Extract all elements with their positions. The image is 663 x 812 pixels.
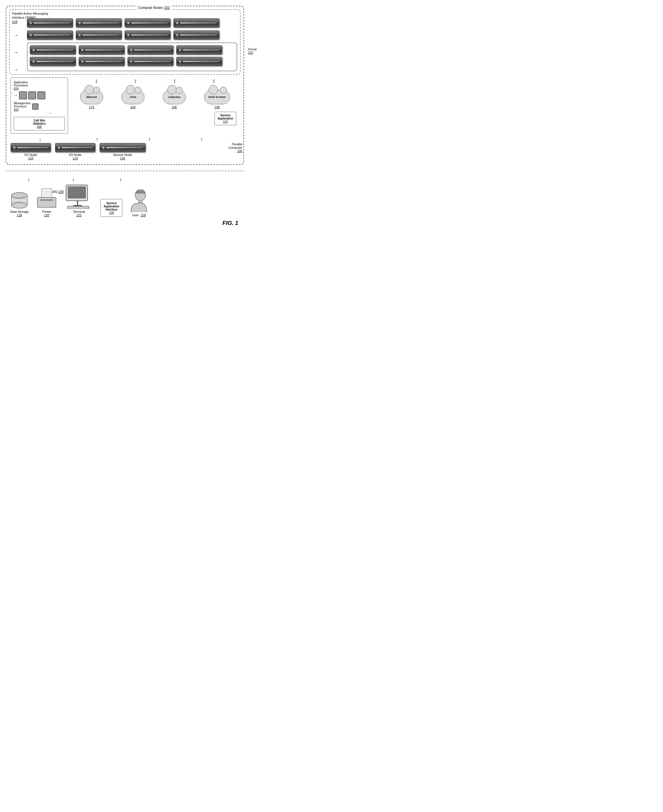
svg-rect-12 [68,187,86,198]
middle-row: Application Processors 624 → Management … [11,78,239,134]
server-row-3 [30,45,234,55]
server-blade-4-4 [176,57,222,66]
arrow-to-chips: → [14,93,18,98]
svg-rect-15 [68,206,89,209]
svg-rect-17 [139,200,142,202]
vert-arrow-3: ↕ [173,78,176,84]
server-blade-2-1 [27,31,73,40]
jtag-ref: 104 [130,105,136,109]
sai-container: Service Application Interface 126 [100,199,122,217]
io-node-1: I/O Node 110 [11,143,51,160]
svg-rect-13 [77,201,78,205]
fig-label: FIG. 1 [6,220,244,229]
printer-svg [36,187,57,209]
server-blade-1-1 [27,18,73,27]
group-label-container: Group 132 [248,47,257,54]
service-blade [100,143,146,152]
user-label: User 128 [132,214,146,217]
ethernet-ref: 174 [89,105,94,109]
server-blade-2-2 [76,31,122,40]
group-box: Group 132 [27,42,237,71]
collective-ref: 106 [172,105,177,109]
user-svg [129,189,148,212]
io2-down-arrow: ↕ [53,177,93,182]
detail-down-arrow: ↓ [12,136,68,142]
pami-box: Parallel Active Messaging Interface ('PA… [9,9,241,75]
vert-arrow-2: ↕ [134,78,137,84]
server-row-4 [30,57,234,66]
db-svg [10,190,29,209]
group-ref: 132 [248,51,257,54]
io-service-section: ↓ ↕ ↕ ↕ I/O Node 110 [11,136,239,160]
chips-row: → [14,91,65,99]
collective-cloud: Collective [163,90,186,104]
server-blade-3-2 [79,45,125,55]
bottom-section: LAN 130 ↕ ↕ ↕ [6,174,244,220]
terminal-item: Terminal 122 [65,184,93,217]
nodes-display-row: I/O Node 110 I/O Node 114 [11,143,239,160]
user-icon-container [129,189,148,212]
io-node-2-label: I/O Node 114 [69,153,82,160]
mgmt-chip [32,104,39,110]
service-node-label: Service Node 116 [113,153,132,160]
data-storage-item: Data Storage 118 [10,190,29,217]
networks-area: ↕ ↕ ↕ ↕ Ethernet 174 [71,78,239,125]
vert-arrow-1: ↕ [95,78,98,84]
mgmt-proc-labels: Management Processor 614 [14,102,31,111]
chip-1 [19,91,27,99]
pami-arrow-1: → [14,33,18,38]
compute-nodes-label: Compute Nodes 102 [136,6,171,10]
server-row-2 [27,31,237,40]
parallel-computer-box: Parallel Active Messaging Interface ('PA… [6,6,244,165]
server-blade-4-2 [79,57,125,66]
page-container: Parallel Active Messaging Interface ('PA… [6,6,253,229]
sai-box: Service Application Interface 126 [100,199,122,217]
p2p-cloud: Point To Point [204,90,230,104]
io1-down-arrow: ↕ [9,177,49,182]
ethernet-cloud-container: Ethernet 174 [80,90,103,109]
server-row-1 [27,18,237,27]
peripherals-row: Data Storage 118 [7,184,243,217]
server-blade-1-2 [76,18,122,27]
stats-box: Call Site Statistics 606 [14,117,65,130]
mgmt-to-stats-arrow: → [48,111,65,115]
net-down-1: ↕ [96,136,98,142]
net-down-3: ↕ [201,136,203,142]
network-down-arrows: ↕ ↕ ↕ [71,136,239,142]
server-blade-2-3 [125,31,171,40]
io-node-1-label: I/O Node 110 [24,153,37,160]
user-item: User 128 [129,189,148,217]
svg-rect-9 [37,197,56,207]
vert-arrow-4: ↕ [212,78,215,84]
server-blade-1-4 [173,18,219,27]
lan-ref: 130 [58,190,64,194]
server-blade-3-3 [128,45,173,55]
printer-label: Printer 120 [42,210,51,217]
diagram-wrapper: Parallel Active Messaging Interface ('PA… [6,6,244,229]
dashed-separator [6,171,244,171]
io-blade-2 [55,143,95,152]
net-down-2: ↕ [148,136,150,142]
detail-box: Application Processors 624 → Management … [11,78,68,134]
data-storage-label: Data Storage 118 [10,210,29,217]
mid-arrows-row: ↓ ↕ ↕ ↕ [11,136,239,142]
parallel-computer-label: Parallel Computer 100 [228,142,243,153]
svg-point-1 [11,192,27,198]
server-blade-3-1 [30,45,76,55]
top-vert-arrows: ↕ ↕ ↕ ↕ [71,78,239,84]
pami-ref: 218 [12,20,17,24]
pami-arrow-2: → [14,50,18,55]
ethernet-cloud: Ethernet [80,90,103,104]
mgmt-proc-row: Management Processor 614 [14,102,65,111]
service-node: Service Node 116 [100,143,146,160]
server-blade-2-4 [173,31,219,40]
service-app-box: Service Application 124 [215,112,236,125]
io-node-2: I/O Node 114 [55,143,95,160]
printer-item: Printer 120 [36,187,57,217]
printer-icon-container [36,187,57,209]
io-blade-1 [11,143,51,152]
chip-3 [37,91,45,99]
collective-cloud-container: Collective 106 [163,90,186,109]
server-blade-3-4 [176,45,222,55]
chip-2 [28,91,36,99]
